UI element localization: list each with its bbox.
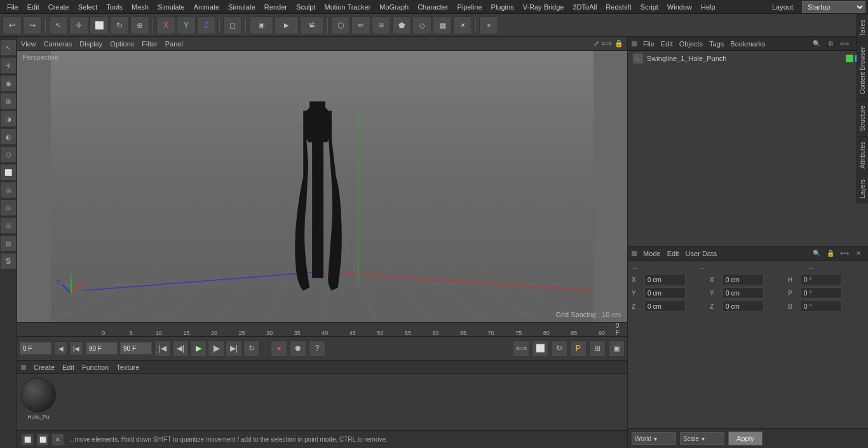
create-deformer-button[interactable]: ⬟ bbox=[392, 17, 411, 34]
move-key-button[interactable]: ⟺ bbox=[513, 340, 529, 356]
viewport-icon-lock[interactable]: 🔒 bbox=[614, 39, 623, 48]
y-rot-input[interactable]: 0 cm bbox=[722, 287, 764, 299]
move-tool-button[interactable]: ✛ bbox=[69, 17, 88, 34]
obj-menu-tags[interactable]: Tags bbox=[709, 40, 724, 48]
sidebar-snap-icon[interactable]: ◎ bbox=[0, 182, 17, 198]
sidebar-render-icon[interactable]: ◐ bbox=[0, 128, 17, 145]
record-button[interactable]: ● bbox=[271, 340, 287, 356]
apply-button[interactable]: Apply bbox=[728, 431, 763, 445]
play-mode-button[interactable]: P bbox=[570, 340, 587, 356]
render-to-picture-button[interactable]: 📽 bbox=[300, 17, 324, 34]
go-end-button[interactable]: ▶| bbox=[226, 340, 242, 356]
grid-button[interactable]: ⊞ bbox=[589, 340, 606, 356]
menu-render[interactable]: Render bbox=[260, 0, 292, 14]
obj-settings-icon[interactable]: ⚙ bbox=[825, 38, 836, 50]
scale-dropdown[interactable]: Scale ▾ bbox=[680, 432, 724, 445]
tab-layers[interactable]: Layers bbox=[857, 173, 868, 203]
create-bezier-button[interactable]: ✏ bbox=[351, 17, 370, 34]
sidebar-grid-icon[interactable]: ⊞ bbox=[0, 93, 17, 109]
select-tool-button[interactable]: ↖ bbox=[49, 17, 68, 34]
keyframe-button[interactable]: ? bbox=[309, 340, 325, 356]
create-spline-button[interactable]: ≋ bbox=[372, 17, 391, 34]
attr-tab-userdata[interactable]: User Data bbox=[686, 250, 717, 257]
menu-redshift[interactable]: Redshift bbox=[601, 0, 635, 14]
mat-menu-edit[interactable]: Edit bbox=[62, 363, 74, 371]
object-row-hole-punch[interactable]: L Swingline_1_Hole_Punch bbox=[628, 51, 868, 66]
sidebar-arrow-icon[interactable]: ↖ bbox=[0, 39, 17, 56]
y-axis-button[interactable]: Y bbox=[177, 17, 196, 34]
attr-close-icon[interactable]: ✕ bbox=[853, 248, 864, 259]
world-dropdown[interactable]: World ▾ bbox=[632, 432, 676, 445]
menu-pipeline[interactable]: Pipeline bbox=[452, 0, 486, 14]
z-axis-button[interactable]: Z bbox=[197, 17, 216, 34]
menu-create[interactable]: Create bbox=[44, 0, 74, 14]
attr-lock-icon[interactable]: 🔒 bbox=[825, 248, 836, 259]
menu-animate[interactable]: Animate bbox=[189, 0, 224, 14]
tab-takes[interactable]: Takes bbox=[857, 14, 868, 41]
material-preview-ball[interactable] bbox=[21, 377, 56, 412]
sidebar-letter-s-icon[interactable]: S bbox=[0, 253, 17, 269]
scale-key-button[interactable]: ⬜ bbox=[532, 340, 548, 356]
viewport-menu-filter[interactable]: Filter bbox=[142, 40, 157, 48]
scale-tool-button[interactable]: ⬜ bbox=[90, 17, 109, 34]
bottom-icon-1[interactable]: ⬜ bbox=[21, 433, 34, 446]
x-pos-input[interactable]: 0 cm bbox=[644, 274, 686, 285]
menu-window[interactable]: Window bbox=[663, 0, 696, 14]
create-light-button[interactable]: ☀ bbox=[453, 17, 472, 34]
select-key-button[interactable]: ↻ bbox=[551, 340, 567, 356]
x-axis-button[interactable]: X bbox=[156, 17, 175, 34]
viewport-icon-arrows[interactable]: ⟺ bbox=[602, 39, 612, 48]
layout-dropdown[interactable]: Startup Standard bbox=[802, 1, 865, 13]
sidebar-view-icon[interactable]: ◉ bbox=[0, 75, 17, 92]
viewport-menu-display[interactable]: Display bbox=[79, 40, 102, 48]
mat-menu-function[interactable]: Function bbox=[82, 363, 109, 371]
h-input[interactable]: 0 ° bbox=[801, 274, 842, 285]
sidebar-select-icon[interactable]: ☰ bbox=[0, 217, 17, 234]
attr-search-icon[interactable]: 🔍 bbox=[811, 248, 822, 259]
create-cube-button[interactable]: ⬡ bbox=[331, 17, 350, 34]
step-back-button[interactable]: ◀| bbox=[172, 340, 189, 356]
z-pos-input[interactable]: 0 cm bbox=[644, 301, 686, 312]
frame-start-btn[interactable]: |◀ bbox=[69, 341, 83, 355]
menu-help[interactable]: Help bbox=[696, 0, 720, 14]
film-button[interactable]: ▣ bbox=[608, 340, 625, 356]
menu-motiontracker[interactable]: Motion Tracker bbox=[320, 0, 376, 14]
viewport-menu-cameras[interactable]: Cameras bbox=[44, 40, 72, 48]
menu-character[interactable]: Character bbox=[413, 0, 452, 14]
viewport-canvas[interactable]: Perspective X Z Y Grid Spacing : 10 cm bbox=[17, 51, 627, 322]
render-active-button[interactable]: ▶ bbox=[275, 17, 299, 34]
mat-menu-create[interactable]: Create bbox=[34, 363, 55, 371]
sidebar-transform-icon[interactable]: ✛ bbox=[0, 57, 17, 74]
material-item[interactable]: Hole_Pu bbox=[21, 377, 56, 420]
menu-tools[interactable]: Tools bbox=[102, 0, 127, 14]
rotate-tool-button[interactable]: ↻ bbox=[110, 17, 129, 34]
autokey-button[interactable]: ⏺ bbox=[290, 340, 306, 356]
menu-select[interactable]: Select bbox=[74, 0, 102, 14]
menu-file[interactable]: File bbox=[3, 0, 23, 14]
z-rot-input[interactable]: 0 cm bbox=[722, 301, 764, 312]
sidebar-shape-icon[interactable]: ⬡ bbox=[0, 146, 17, 163]
x-rot-input[interactable]: 0 cm bbox=[722, 274, 764, 285]
end-frame-input[interactable] bbox=[86, 342, 118, 355]
menu-sculpt[interactable]: Sculpt bbox=[292, 0, 320, 14]
tab-structure[interactable]: Structure bbox=[857, 100, 868, 137]
loop-button[interactable]: ↻ bbox=[243, 340, 260, 356]
step-forward-button[interactable]: |▶ bbox=[208, 340, 224, 356]
sidebar-grid2-icon[interactable]: ⊟ bbox=[0, 235, 17, 252]
current-frame-input[interactable] bbox=[120, 342, 152, 355]
attr-tab-mode[interactable]: Mode bbox=[643, 250, 661, 257]
object-mode-button[interactable]: ◻ bbox=[223, 17, 242, 34]
menu-3dtoall[interactable]: 3DToAll bbox=[568, 0, 601, 14]
obj-search-icon[interactable]: 🔍 bbox=[811, 38, 822, 50]
go-start-button[interactable]: |◀ bbox=[154, 340, 171, 356]
viewport-menu-panel[interactable]: Panel bbox=[165, 40, 183, 48]
start-frame-input[interactable] bbox=[20, 342, 51, 355]
universal-tool-button[interactable]: ⊕ bbox=[130, 17, 149, 34]
undo-button[interactable]: ↩ bbox=[3, 17, 22, 34]
viewport-menu-options[interactable]: Options bbox=[110, 40, 134, 48]
obj-menu-objects[interactable]: Objects bbox=[679, 40, 703, 48]
mat-menu-texture[interactable]: Texture bbox=[116, 363, 139, 371]
bottom-icon-2[interactable]: ⬜ bbox=[36, 433, 49, 446]
tab-attributes[interactable]: Attributes bbox=[857, 136, 868, 173]
viewport-menu-view[interactable]: View bbox=[21, 40, 36, 48]
